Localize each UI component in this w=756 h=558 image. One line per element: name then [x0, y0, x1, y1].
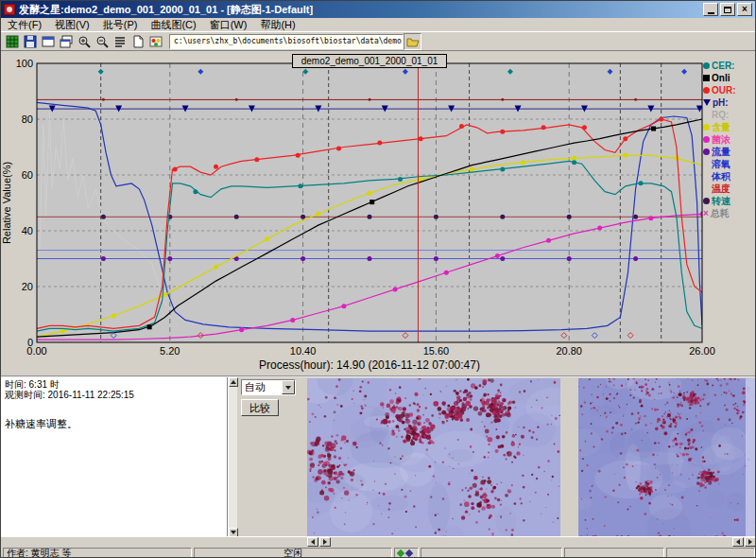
menu-item-3[interactable]: 曲线图(C) [144, 18, 202, 32]
legend-item-7[interactable]: 流量 [703, 146, 756, 158]
palette-icon[interactable] [146, 33, 164, 50]
statusbar: 作者: 黄明志 等空闲 [1, 547, 756, 558]
legend-item-6[interactable]: 菌浓 [703, 133, 756, 146]
close-button[interactable]: × [737, 3, 752, 16]
scroll-left-icon[interactable] [307, 537, 318, 547]
note-text: 补糖速率调整。 [5, 417, 223, 431]
legend-item-5[interactable]: 含量 [703, 121, 756, 133]
legend-item-9[interactable]: 体积 [703, 170, 756, 183]
maximize-button[interactable] [720, 3, 735, 16]
legend-label: 转速 [712, 195, 730, 208]
file-path-text: c:\users\zhx_b\documents\biosoft\biostar… [174, 37, 404, 45]
legend-item-3[interactable]: pH: [703, 96, 756, 109]
zoom-out-icon[interactable] [93, 33, 111, 50]
microscopy-image-1 [307, 378, 560, 536]
app-window: 发酵之星:demo2_demo_001_2000_01_01 - [静态图-1-… [0, 0, 756, 558]
status-segment-5 [666, 548, 755, 558]
legend-item-2[interactable]: OUR: [703, 84, 756, 96]
legend-label: 流量 [712, 146, 730, 159]
status-segment-4 [564, 548, 664, 558]
blue-diamond-icon [405, 549, 413, 556]
compare-button[interactable]: 比较 [241, 399, 279, 416]
legend-item-4[interactable]: RQ: [703, 109, 756, 121]
y-tick-label: 100 [16, 58, 33, 69]
titlebar: 发酵之星:demo2_demo_001_2000_01_01 - [静态图-1-… [1, 1, 755, 18]
y-tick-label: 40 [22, 225, 33, 236]
y-tick-label: 80 [22, 113, 33, 125]
legend-label: Onli [712, 73, 730, 83]
y-tick-label: 60 [22, 169, 33, 181]
legend-label: 菌浓 [712, 133, 730, 147]
legend-label: RQ: [712, 110, 729, 120]
chart-canvas[interactable]: 0.005.2010.4015.6020.8026.00020406080100… [1, 51, 756, 375]
menu-item-4[interactable]: 窗口(W) [203, 18, 254, 32]
legend-item-10[interactable]: 温度 [703, 183, 756, 195]
legend-label: 含量 [712, 121, 730, 134]
legend-label: 溶氧 [712, 158, 730, 171]
x-tick-label: 15.60 [423, 345, 450, 357]
legend-item-12[interactable]: ×总耗 [703, 207, 756, 219]
menu-item-5[interactable]: 帮助(H) [253, 18, 301, 32]
mode-select[interactable]: 自动 [241, 379, 296, 395]
window-icon[interactable] [39, 33, 57, 50]
x-axis-label: Process(hour): 14.90 (2016-11-12 07:00:4… [259, 358, 480, 372]
scroll-up-icon[interactable] [229, 377, 238, 387]
notes-panel[interactable]: 时间: 6:31 时 观测时间: 2016-11-11 22:25:15 补糖速… [1, 377, 228, 538]
mode-select-value: 自动 [242, 380, 282, 394]
microscopy-image-2 [578, 378, 756, 536]
save-icon[interactable] [21, 33, 39, 50]
window2-icon[interactable] [57, 33, 75, 50]
minimize-button[interactable] [703, 3, 718, 16]
legend-item-8[interactable]: 溶氧 [703, 158, 756, 170]
app-icon [4, 4, 15, 15]
window-title: 发酵之星:demo2_demo_001_2000_01_01 - [静态图-1-… [19, 3, 701, 17]
legend-item-11[interactable]: 转速 [703, 195, 756, 207]
open-file-button[interactable] [404, 33, 421, 50]
legend-item-0[interactable]: CER: [703, 60, 756, 72]
observe-time-label: 观测时间: 2016-11-11 22:25:15 [5, 390, 223, 400]
legend-label: CER: [712, 61, 734, 71]
legend-label: OUR: [712, 85, 736, 96]
time-label: 时间: 6:31 时 [5, 379, 223, 390]
chevron-down-icon[interactable] [282, 380, 295, 394]
status-segment-2 [394, 548, 419, 558]
menu-item-1[interactable]: 视图(V) [48, 18, 96, 32]
y-axis-label: Relative Value(%) [1, 162, 12, 244]
x-tick-label: 10.40 [290, 345, 317, 357]
chart-legend: CER:OnliOUR:pH:RQ:含量菌浓流量溶氧体积温度转速×总耗 [703, 60, 756, 219]
status-segment-1: 空闲 [194, 548, 392, 558]
toolbar: c:\users\zhx_b\documents\biosoft\biostar… [1, 32, 755, 51]
list-icon[interactable] [111, 33, 129, 50]
x-tick-label: 5.20 [160, 345, 180, 357]
legend-label: 总耗 [711, 207, 730, 220]
grid-icon[interactable] [3, 33, 21, 50]
chart-title: demo2_demo_001_2000_01_01 [292, 54, 447, 68]
bottom-panel: 时间: 6:31 时 观测时间: 2016-11-11 22:25:15 补糖速… [1, 375, 756, 536]
green-diamond-icon [397, 549, 404, 556]
image-scroll-strip [1, 536, 756, 547]
scroll-right2-icon[interactable] [745, 537, 756, 547]
x-tick-label: 20.80 [556, 345, 582, 357]
menubar: 文件(F)视图(V)批号(P)曲线图(C)窗口(W)帮助(H) [1, 18, 755, 32]
document-icon[interactable] [129, 33, 146, 50]
notes-scrollbar[interactable] [228, 377, 237, 538]
chart-region: 0.005.2010.4015.6020.8026.00020406080100… [1, 51, 756, 375]
menu-item-0[interactable]: 文件(F) [1, 18, 48, 32]
legend-item-1[interactable]: Onli [703, 72, 756, 84]
status-segment-0: 作者: 黄明志 等 [3, 548, 192, 558]
status-segment-3 [421, 548, 562, 558]
x-tick-label: 26.00 [689, 345, 715, 357]
scroll-left2-icon[interactable] [732, 537, 744, 547]
legend-label: pH: [713, 97, 729, 108]
y-tick-label: 0 [27, 337, 33, 348]
menu-item-2[interactable]: 批号(P) [96, 18, 145, 32]
legend-label: 温度 [712, 183, 730, 196]
zoom-in-icon[interactable] [75, 33, 93, 50]
scroll-right-icon[interactable] [319, 537, 331, 547]
y-tick-label: 20 [22, 281, 33, 292]
file-path-field[interactable]: c:\users\zhx_b\documents\biosoft\biostar… [169, 34, 404, 49]
legend-label: 体积 [712, 170, 730, 183]
